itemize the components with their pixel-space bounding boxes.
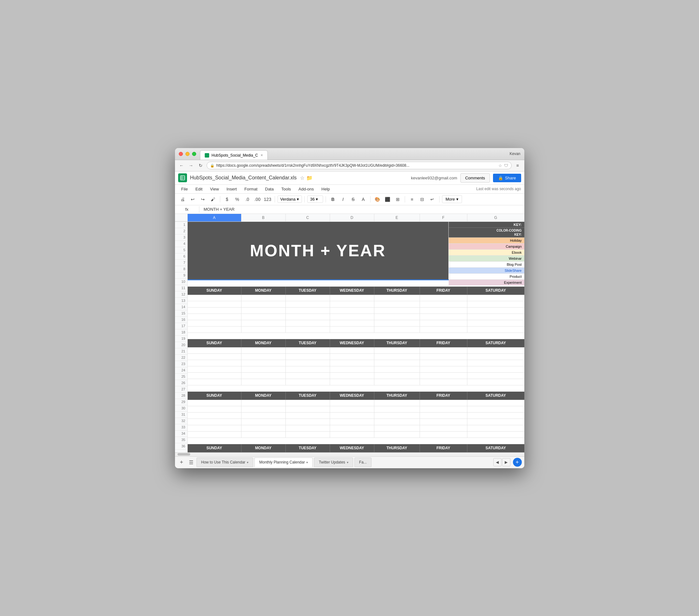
menu-help[interactable]: Help	[318, 185, 333, 193]
merge-button[interactable]: ⊞	[393, 195, 402, 204]
scroll-thumb[interactable]	[177, 453, 190, 456]
horizontal-scrollbar[interactable]	[175, 453, 524, 456]
formula-content[interactable]: MONTH + YEAR	[202, 206, 522, 212]
tab-twitter-updates-dropdown[interactable]: ▾	[347, 461, 348, 464]
undo-button[interactable]: ↩	[188, 195, 197, 204]
bold-button[interactable]: B	[328, 195, 337, 204]
redo-button[interactable]: ↪	[198, 195, 207, 204]
sheet-menu-button[interactable]: ☰	[187, 458, 195, 466]
banner-cell[interactable]: MONTH + YEAR	[188, 222, 448, 279]
col-header-d[interactable]: D	[330, 214, 374, 222]
font-size-selector[interactable]: 36 ▾	[307, 196, 323, 203]
week1-row-6[interactable]	[188, 326, 524, 333]
tab-how-to-use-dropdown[interactable]: ▾	[247, 461, 248, 464]
week3-row-3[interactable]	[188, 413, 524, 419]
week1-row-1[interactable]	[188, 295, 524, 301]
cell-reference[interactable]: fx	[177, 207, 197, 212]
week1-row-5[interactable]	[188, 320, 524, 326]
sheet-nav-add-button[interactable]: +	[513, 458, 522, 467]
week2-row-4[interactable]	[188, 366, 524, 373]
extension-icon[interactable]: 🛡	[504, 163, 508, 168]
tab-close-icon[interactable]: ✕	[261, 153, 263, 157]
wrap-button[interactable]: ↵	[428, 195, 437, 204]
decimal-increase-button[interactable]: .00	[253, 195, 262, 204]
strikethrough-button[interactable]: S	[349, 195, 358, 204]
day-fri-2: FRIDAY	[420, 339, 467, 347]
maximize-button[interactable]	[192, 152, 196, 156]
day-thu-3: THURSDAY	[374, 392, 420, 400]
col-header-e[interactable]: E	[374, 214, 420, 222]
currency-button[interactable]: $	[223, 195, 232, 204]
bookmark-icon[interactable]: ☆	[498, 163, 502, 168]
folder-icon[interactable]: 📁	[306, 175, 313, 181]
week2-row-3[interactable]	[188, 360, 524, 366]
more-label: More	[446, 197, 455, 202]
tab-monthly-planning[interactable]: Monthly Planning Calendar ▾	[254, 457, 313, 467]
menu-data[interactable]: Data	[262, 185, 277, 193]
italic-button[interactable]: I	[339, 195, 347, 204]
separator-4	[326, 196, 326, 202]
number-format-button[interactable]: 123	[263, 195, 272, 204]
week1-row-2[interactable]	[188, 301, 524, 308]
menu-edit[interactable]: Edit	[192, 185, 206, 193]
menu-view[interactable]: View	[207, 185, 222, 193]
sheet-nav-next[interactable]: ▶	[502, 458, 511, 466]
week3-row-2[interactable]	[188, 406, 524, 413]
row-34: 34	[175, 431, 187, 437]
row-2: 2	[175, 228, 187, 235]
sheets-icon	[178, 173, 187, 182]
col-header-c[interactable]: C	[286, 214, 330, 222]
sheet-nav-prev[interactable]: ◀	[493, 458, 502, 466]
col-header-f[interactable]: F	[420, 214, 467, 222]
fill-color-button[interactable]: 🎨	[373, 195, 382, 204]
week3-row-5[interactable]	[188, 425, 524, 431]
font-color-button[interactable]: A	[359, 195, 368, 204]
menu-tools[interactable]: Tools	[278, 185, 294, 193]
font-selector[interactable]: Verdana ▾	[277, 196, 302, 203]
menu-format[interactable]: Format	[241, 185, 261, 193]
url-bar[interactable]: 🔒 https://docs.google.com/spreadsheets/d…	[207, 162, 512, 169]
week2-row-5[interactable]	[188, 373, 524, 379]
paint-format-button[interactable]: 🖌	[209, 195, 217, 204]
week3-row-4[interactable]	[188, 419, 524, 425]
percent-button[interactable]: %	[233, 195, 242, 204]
tab-monthly-planning-dropdown[interactable]: ▾	[306, 461, 308, 464]
align-button[interactable]: ≡	[408, 195, 417, 204]
tab-twitter-updates[interactable]: Twitter Updates ▾	[314, 457, 353, 467]
week2-row-1[interactable]	[188, 347, 524, 354]
print-button[interactable]: 🖨	[178, 195, 187, 204]
comments-button[interactable]: Comments	[460, 173, 490, 183]
col-header-g[interactable]: G	[467, 214, 524, 222]
week2-row-6[interactable]	[188, 379, 524, 385]
close-button[interactable]	[179, 152, 183, 156]
browser-tab[interactable]: HubSpots_Social_Media_C ✕	[200, 150, 268, 160]
menu-addons[interactable]: Add-ons	[295, 185, 317, 193]
row-26: 26	[175, 380, 187, 386]
more-button[interactable]: More ▾	[442, 195, 462, 203]
tab-fa[interactable]: Fa...	[354, 457, 371, 467]
url-text: https://docs.google.com/spreadsheets/d/1…	[216, 163, 497, 168]
col-header-b[interactable]: B	[241, 214, 286, 222]
day-wed-1: WEDNESDAY	[330, 287, 374, 295]
menu-insert[interactable]: Insert	[223, 185, 240, 193]
menu-file[interactable]: File	[178, 185, 191, 193]
add-sheet-button[interactable]: +	[177, 458, 186, 466]
valign-button[interactable]: ⊟	[418, 195, 426, 204]
forward-button[interactable]: →	[188, 162, 195, 169]
borders-button[interactable]: ⬛	[383, 195, 392, 204]
col-header-a[interactable]: A	[188, 214, 241, 222]
back-button[interactable]: ←	[178, 162, 185, 169]
menu-icon[interactable]: ≡	[514, 162, 521, 169]
tab-how-to-use[interactable]: How to Use This Calendar ▾	[197, 457, 253, 467]
day-thu-1: THURSDAY	[374, 287, 420, 295]
week1-row-4[interactable]	[188, 314, 524, 320]
week3-row-1[interactable]	[188, 400, 524, 406]
week2-row-2[interactable]	[188, 354, 524, 360]
week3-row-6[interactable]	[188, 431, 524, 438]
share-button[interactable]: 🔒 Share	[493, 174, 521, 182]
star-doc-icon[interactable]: ☆	[300, 175, 304, 181]
week1-row-3[interactable]	[188, 308, 524, 314]
decimal-decrease-button[interactable]: .0	[243, 195, 252, 204]
minimize-button[interactable]	[185, 152, 189, 156]
reload-button[interactable]: ↻	[197, 162, 204, 169]
